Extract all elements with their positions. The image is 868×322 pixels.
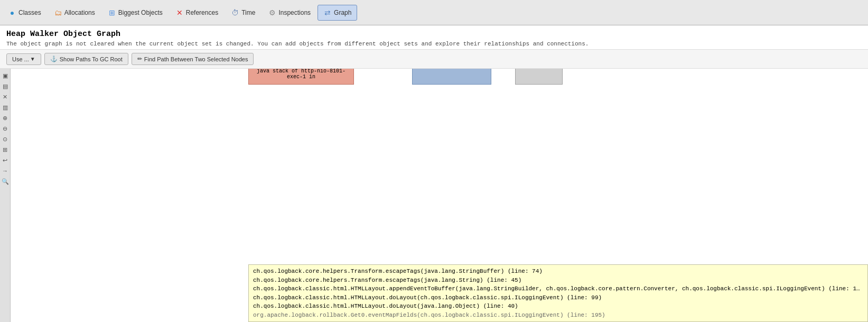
stack-line-1: ch.qos.logback.core.helpers.Transform.es… xyxy=(253,276,863,285)
graph-icon: ⇄ xyxy=(323,8,332,17)
action-bar: Use ... ▼ ⚓ Show Paths To GC Root ✏ Find… xyxy=(0,50,868,69)
toolbar-btn-inspections[interactable]: ⚙Inspections xyxy=(262,5,316,21)
show-paths-button[interactable]: ⚓ Show Paths To GC Root xyxy=(44,53,128,65)
inspections-label: Inspections xyxy=(278,9,311,16)
toolbar-btn-biggest-objects[interactable]: ⊞Biggest Objects xyxy=(102,5,169,21)
side-tool-8[interactable]: ↩ xyxy=(1,155,10,165)
stack-line-5: org.apache.logback.rollback.Get0.eventMa… xyxy=(253,311,863,320)
time-label: Time xyxy=(241,9,255,16)
anchor-icon: ⚓ xyxy=(50,56,58,62)
toolbar: ●Classes🗂Allocations⊞Biggest Objects✕Ref… xyxy=(0,0,868,25)
stack-line-4: ch.qos.logback.classic.html.HTMLLayout.d… xyxy=(253,302,863,311)
time-icon: ⏱ xyxy=(231,8,239,17)
references-icon: ✕ xyxy=(175,8,184,17)
allocations-icon: 🗂 xyxy=(54,8,62,17)
side-toolbar: ▣▤✕▥⊕⊖⊙⊞↩→🔍 xyxy=(0,69,11,322)
stack-line-0: ch.qos.logback.core.helpers.Transform.es… xyxy=(253,267,863,276)
side-tool-7[interactable]: ⊞ xyxy=(1,145,10,154)
graph-node-java-stack[interactable]: java stack of http-nio-8101-exec-1 in xyxy=(248,69,354,85)
dropdown-arrow-icon: ▼ xyxy=(30,56,35,62)
use-button[interactable]: Use ... ▼ xyxy=(6,53,41,65)
graph-area: ▣▤✕▥⊕⊖⊙⊞↩→🔍 ch.qos.logback.core.helpers.… xyxy=(0,69,868,322)
inspections-icon: ⚙ xyxy=(268,8,276,17)
page-description: The object graph is not cleared when the… xyxy=(6,41,862,47)
main-content: Heap Walker Object Graph The object grap… xyxy=(0,25,868,322)
toolbar-btn-allocations[interactable]: 🗂Allocations xyxy=(48,5,101,21)
toolbar-btn-graph[interactable]: ⇄Graph xyxy=(318,5,357,21)
toolbar-btn-classes[interactable]: ●Classes xyxy=(2,5,47,21)
classes-label: Classes xyxy=(18,9,41,16)
biggest-objects-icon: ⊞ xyxy=(108,8,116,17)
find-path-button[interactable]: ✏ Find Path Between Two Selected Nodes xyxy=(132,53,254,65)
side-tool-0[interactable]: ▣ xyxy=(1,71,10,80)
stack-line-3: ch.qos.logback.classic.html.HTMLLayout.d… xyxy=(253,293,863,302)
graph-node-node-gray[interactable] xyxy=(515,69,563,85)
graph-node-node-blue[interactable] xyxy=(412,69,491,85)
toolbar-btn-references[interactable]: ✕References xyxy=(170,5,224,21)
toolbar-btn-time[interactable]: ⏱Time xyxy=(225,5,261,21)
side-tool-5[interactable]: ⊖ xyxy=(1,124,10,133)
stack-trace-popup: ch.qos.logback.core.helpers.Transform.es… xyxy=(248,264,868,322)
biggest-objects-label: Biggest Objects xyxy=(118,9,163,16)
side-tool-4[interactable]: ⊕ xyxy=(1,113,10,123)
page-header: Heap Walker Object Graph The object grap… xyxy=(0,25,868,50)
classes-icon: ● xyxy=(8,8,16,17)
stack-line-2: ch.qos.logback.classic.html.HTMLLayout.a… xyxy=(253,284,863,293)
side-tool-2[interactable]: ✕ xyxy=(1,92,10,102)
page-title: Heap Walker Object Graph xyxy=(6,30,862,39)
side-tool-10[interactable]: 🔍 xyxy=(1,177,10,186)
pencil-icon: ✏ xyxy=(137,56,142,62)
allocations-label: Allocations xyxy=(64,9,95,16)
references-label: References xyxy=(186,9,218,16)
side-tool-3[interactable]: ▥ xyxy=(1,103,10,112)
canvas-area[interactable]: ch.qos.logback.core.helpers.Transform.es… xyxy=(11,69,868,322)
side-tool-6[interactable]: ⊙ xyxy=(1,134,10,144)
side-tool-1[interactable]: ▤ xyxy=(1,81,10,91)
graph-label: Graph xyxy=(334,9,351,16)
side-tool-9[interactable]: → xyxy=(1,166,10,176)
